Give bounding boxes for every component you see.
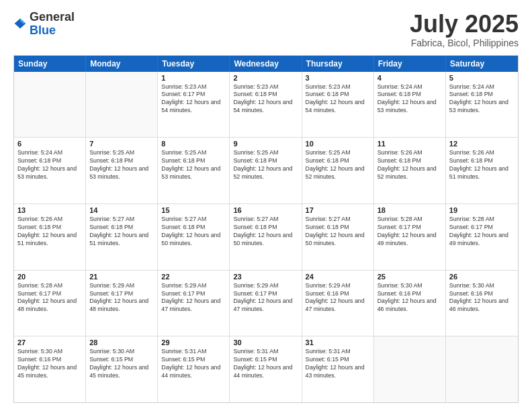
- header-day-monday: Monday: [86, 56, 158, 72]
- day-info: Sunrise: 5:31 AMSunset: 6:15 PMDaylight:…: [233, 348, 298, 380]
- day-cell-11-1-5: 11Sunrise: 5:26 AMSunset: 6:18 PMDayligh…: [374, 138, 446, 203]
- day-number: 4: [378, 74, 442, 82]
- day-number: 13: [17, 206, 82, 214]
- day-cell-17-2-4: 17Sunrise: 5:27 AMSunset: 6:18 PMDayligh…: [302, 204, 374, 270]
- day-cell-empty-4-5: [374, 336, 446, 402]
- day-cell-3-0-4: 3Sunrise: 5:23 AMSunset: 6:18 PMDaylight…: [302, 72, 374, 138]
- day-number: 26: [449, 273, 515, 281]
- calendar-body: 1Sunrise: 5:23 AMSunset: 6:17 PMDaylight…: [14, 72, 518, 402]
- day-number: 29: [161, 338, 226, 347]
- logo: General Blue: [13, 11, 75, 38]
- day-number: 3: [306, 74, 370, 82]
- logo-icon: [13, 17, 27, 30]
- day-cell-9-1-3: 9Sunrise: 5:25 AMSunset: 6:18 PMDaylight…: [230, 138, 302, 203]
- day-number: 15: [161, 206, 226, 214]
- day-number: 18: [378, 206, 442, 214]
- day-number: 31: [306, 338, 370, 347]
- day-cell-29-4-2: 29Sunrise: 5:31 AMSunset: 6:15 PMDayligh…: [158, 336, 230, 402]
- week-row-4: 20Sunrise: 5:28 AMSunset: 6:17 PMDayligh…: [14, 271, 518, 337]
- day-cell-18-2-5: 18Sunrise: 5:28 AMSunset: 6:17 PMDayligh…: [374, 204, 446, 270]
- day-number: 10: [306, 140, 370, 148]
- day-cell-31-4-4: 31Sunrise: 5:31 AMSunset: 6:15 PMDayligh…: [302, 336, 374, 402]
- page: General Blue July 2025 Fabrica, Bicol, P…: [0, 0, 532, 411]
- day-cell-empty-4-6: [446, 336, 518, 402]
- day-info: Sunrise: 5:28 AMSunset: 6:17 PMDaylight:…: [449, 216, 515, 248]
- day-cell-20-3-0: 20Sunrise: 5:28 AMSunset: 6:17 PMDayligh…: [14, 271, 86, 336]
- day-info: Sunrise: 5:30 AMSunset: 6:16 PMDaylight:…: [449, 282, 515, 314]
- day-info: Sunrise: 5:23 AMSunset: 6:18 PMDaylight:…: [233, 83, 298, 116]
- title-block: July 2025 Fabrica, Bicol, Philippines: [410, 11, 519, 48]
- day-info: Sunrise: 5:26 AMSunset: 6:18 PMDaylight:…: [17, 216, 82, 248]
- day-info: Sunrise: 5:31 AMSunset: 6:15 PMDaylight:…: [306, 348, 370, 380]
- day-info: Sunrise: 5:27 AMSunset: 6:18 PMDaylight:…: [306, 216, 370, 248]
- day-number: 2: [233, 74, 298, 82]
- day-cell-16-2-3: 16Sunrise: 5:27 AMSunset: 6:18 PMDayligh…: [230, 204, 302, 270]
- week-row-3: 13Sunrise: 5:26 AMSunset: 6:18 PMDayligh…: [14, 204, 518, 271]
- day-number: 7: [89, 140, 154, 148]
- day-info: Sunrise: 5:29 AMSunset: 6:17 PMDaylight:…: [89, 282, 154, 314]
- day-number: 17: [306, 206, 370, 214]
- day-info: Sunrise: 5:25 AMSunset: 6:18 PMDaylight:…: [89, 149, 154, 181]
- day-cell-4-0-5: 4Sunrise: 5:24 AMSunset: 6:18 PMDaylight…: [374, 72, 446, 138]
- day-number: 11: [378, 140, 442, 148]
- day-info: Sunrise: 5:25 AMSunset: 6:18 PMDaylight:…: [233, 149, 298, 181]
- day-info: Sunrise: 5:29 AMSunset: 6:17 PMDaylight:…: [161, 282, 226, 314]
- day-cell-21-3-1: 21Sunrise: 5:29 AMSunset: 6:17 PMDayligh…: [86, 271, 158, 336]
- day-info: Sunrise: 5:23 AMSunset: 6:18 PMDaylight:…: [306, 83, 370, 116]
- day-cell-empty-0-1: [86, 72, 158, 138]
- week-row-5: 27Sunrise: 5:30 AMSunset: 6:16 PMDayligh…: [14, 336, 518, 402]
- day-cell-7-1-1: 7Sunrise: 5:25 AMSunset: 6:18 PMDaylight…: [86, 138, 158, 203]
- day-number: 16: [233, 206, 298, 214]
- day-number: 21: [89, 273, 154, 281]
- day-info: Sunrise: 5:26 AMSunset: 6:18 PMDaylight:…: [449, 149, 515, 181]
- day-info: Sunrise: 5:30 AMSunset: 6:16 PMDaylight:…: [378, 282, 442, 314]
- header-day-wednesday: Wednesday: [230, 56, 302, 72]
- day-cell-5-0-6: 5Sunrise: 5:24 AMSunset: 6:18 PMDaylight…: [446, 72, 518, 138]
- day-info: Sunrise: 5:31 AMSunset: 6:15 PMDaylight:…: [161, 348, 226, 380]
- day-info: Sunrise: 5:24 AMSunset: 6:18 PMDaylight:…: [449, 83, 515, 116]
- day-number: 1: [161, 74, 226, 82]
- day-number: 6: [17, 140, 82, 148]
- day-info: Sunrise: 5:28 AMSunset: 6:17 PMDaylight:…: [378, 216, 442, 248]
- day-number: 28: [89, 338, 154, 347]
- header-day-tuesday: Tuesday: [158, 56, 230, 72]
- day-number: 22: [161, 273, 226, 281]
- header: General Blue July 2025 Fabrica, Bicol, P…: [13, 11, 519, 48]
- header-day-friday: Friday: [374, 56, 446, 72]
- day-cell-10-1-4: 10Sunrise: 5:25 AMSunset: 6:18 PMDayligh…: [302, 138, 374, 203]
- day-number: 12: [449, 140, 515, 148]
- day-info: Sunrise: 5:27 AMSunset: 6:18 PMDaylight:…: [233, 216, 298, 248]
- day-number: 25: [378, 273, 442, 281]
- day-info: Sunrise: 5:24 AMSunset: 6:18 PMDaylight:…: [17, 149, 82, 181]
- day-cell-26-3-6: 26Sunrise: 5:30 AMSunset: 6:16 PMDayligh…: [446, 271, 518, 336]
- day-info: Sunrise: 5:24 AMSunset: 6:18 PMDaylight:…: [378, 83, 442, 116]
- day-number: 27: [17, 338, 82, 347]
- day-number: 24: [306, 273, 370, 281]
- day-info: Sunrise: 5:25 AMSunset: 6:18 PMDaylight:…: [306, 149, 370, 181]
- day-cell-19-2-6: 19Sunrise: 5:28 AMSunset: 6:17 PMDayligh…: [446, 204, 518, 270]
- day-number: 20: [17, 273, 82, 281]
- calendar: SundayMondayTuesdayWednesdayThursdayFrid…: [13, 55, 519, 403]
- day-cell-30-4-3: 30Sunrise: 5:31 AMSunset: 6:15 PMDayligh…: [230, 336, 302, 402]
- month-year: July 2025: [410, 11, 519, 38]
- header-day-saturday: Saturday: [446, 56, 518, 72]
- day-cell-28-4-1: 28Sunrise: 5:30 AMSunset: 6:15 PMDayligh…: [86, 336, 158, 402]
- day-number: 23: [233, 273, 298, 281]
- day-info: Sunrise: 5:28 AMSunset: 6:17 PMDaylight:…: [17, 282, 82, 314]
- day-number: 9: [233, 140, 298, 148]
- week-row-2: 6Sunrise: 5:24 AMSunset: 6:18 PMDaylight…: [14, 138, 518, 204]
- day-number: 8: [161, 140, 226, 148]
- calendar-header-row: SundayMondayTuesdayWednesdayThursdayFrid…: [14, 56, 518, 72]
- day-cell-empty-0-0: [14, 72, 86, 138]
- header-day-thursday: Thursday: [302, 56, 374, 72]
- day-info: Sunrise: 5:29 AMSunset: 6:17 PMDaylight:…: [233, 282, 298, 314]
- day-cell-8-1-2: 8Sunrise: 5:25 AMSunset: 6:18 PMDaylight…: [158, 138, 230, 203]
- day-number: 19: [449, 206, 515, 214]
- day-info: Sunrise: 5:30 AMSunset: 6:15 PMDaylight:…: [89, 348, 154, 380]
- day-cell-1-0-2: 1Sunrise: 5:23 AMSunset: 6:17 PMDaylight…: [158, 72, 230, 138]
- day-cell-22-3-2: 22Sunrise: 5:29 AMSunset: 6:17 PMDayligh…: [158, 271, 230, 336]
- day-cell-25-3-5: 25Sunrise: 5:30 AMSunset: 6:16 PMDayligh…: [374, 271, 446, 336]
- week-row-1: 1Sunrise: 5:23 AMSunset: 6:17 PMDaylight…: [14, 72, 518, 138]
- day-number: 5: [449, 74, 515, 82]
- day-cell-13-2-0: 13Sunrise: 5:26 AMSunset: 6:18 PMDayligh…: [14, 204, 86, 270]
